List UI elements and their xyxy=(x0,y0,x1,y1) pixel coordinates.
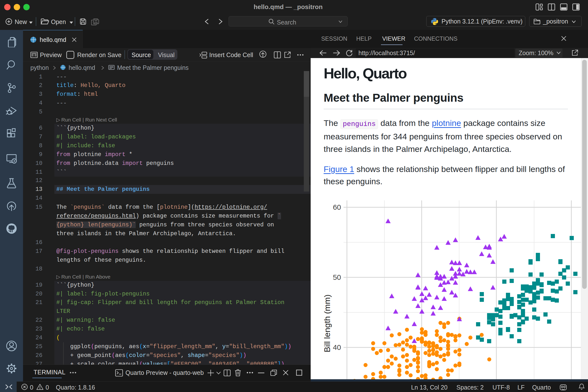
svg-text:60: 60 xyxy=(333,203,341,211)
svg-text:40: 40 xyxy=(333,343,341,351)
svg-text:50: 50 xyxy=(333,273,341,281)
svg-text:Bill length (mm): Bill length (mm) xyxy=(322,294,332,352)
